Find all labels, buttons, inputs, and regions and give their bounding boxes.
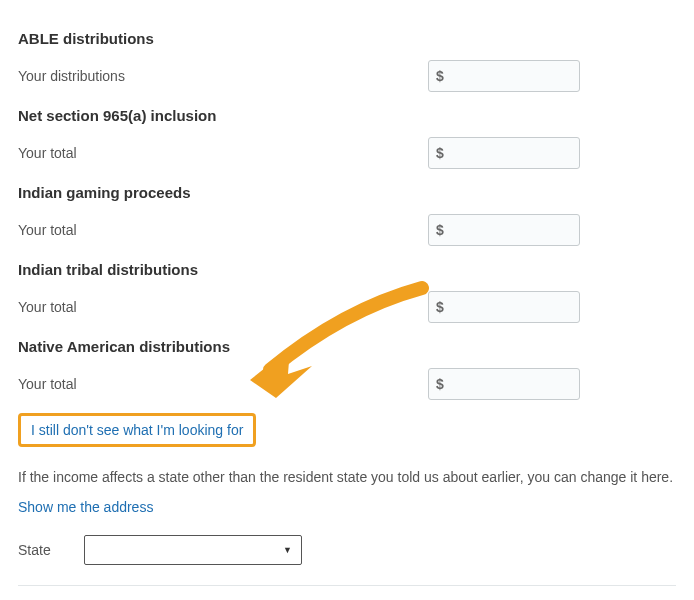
section-title-indian-tribal: Indian tribal distributions [18,261,676,278]
input-965a-total[interactable] [428,137,580,169]
section-title-able: ABLE distributions [18,30,676,47]
label-native-american-total: Your total [18,376,428,392]
label-indian-gaming-total: Your total [18,222,428,238]
state-label: State [18,542,84,558]
section-title-965a: Net section 965(a) inclusion [18,107,676,124]
label-able-distributions: Your distributions [18,68,428,84]
label-965a-total: Your total [18,145,428,161]
state-change-note: If the income affects a state other than… [18,469,676,485]
divider [18,585,676,586]
show-address-link[interactable]: Show me the address [18,499,153,515]
input-native-american-total[interactable] [428,368,580,400]
input-indian-tribal-total[interactable] [428,291,580,323]
state-select[interactable] [84,535,302,565]
input-able-distributions[interactable] [428,60,580,92]
label-indian-tribal-total: Your total [18,299,428,315]
highlighted-help-link-box: I still don't see what I'm looking for [18,413,256,447]
help-link-still-dont-see[interactable]: I still don't see what I'm looking for [31,422,243,438]
input-indian-gaming-total[interactable] [428,214,580,246]
section-title-native-american: Native American distributions [18,338,676,355]
section-title-indian-gaming: Indian gaming proceeds [18,184,676,201]
